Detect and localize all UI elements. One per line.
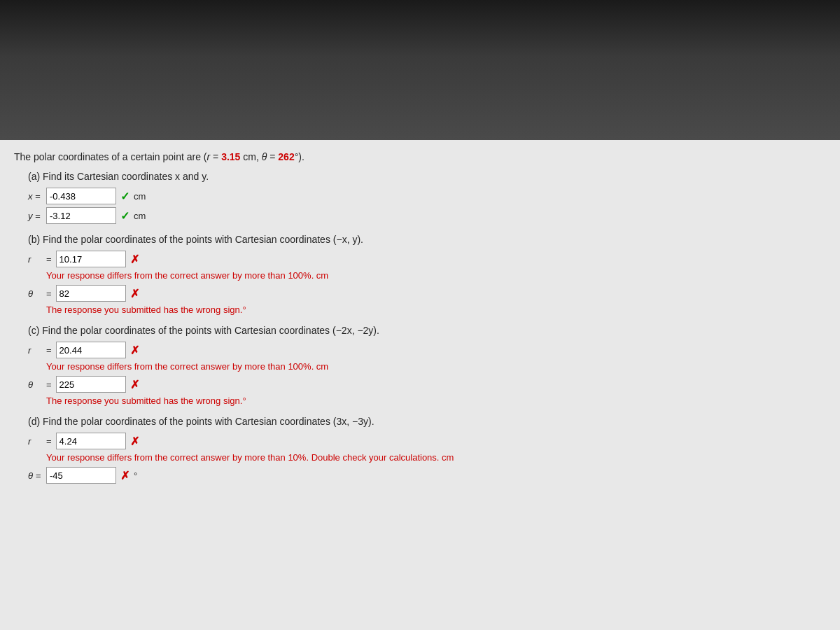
part-a-x-unit: cm — [134, 191, 146, 202]
part-c-theta-input[interactable] — [56, 376, 126, 393]
top-dark-area — [0, 0, 840, 140]
part-a-y-unit: cm — [134, 211, 146, 221]
part-c-r-input[interactable] — [56, 342, 126, 358]
part-b-title: (b) Find the polar coordinates of the po… — [28, 234, 826, 245]
part-b-theta-input[interactable] — [56, 285, 126, 302]
part-b-r-error: Your response differs from the correct a… — [28, 270, 826, 281]
part-d-theta-row: θ = ✗ ° — [28, 467, 826, 484]
part-b: (b) Find the polar coordinates of the po… — [14, 234, 826, 315]
part-d-r-row: r = ✗ — [28, 433, 826, 449]
part-d-r-cross: ✗ — [130, 435, 139, 448]
x-label: x = — [28, 191, 42, 202]
part-a-y-row: y = ✓ cm — [28, 207, 826, 224]
part-c-theta-label: θ — [28, 379, 42, 390]
part-c-r-label: r — [28, 345, 42, 356]
part-b-r-row: r = ✗ — [28, 251, 826, 267]
part-a-x-input[interactable] — [46, 188, 116, 204]
part-c-r-error: Your response differs from the correct a… — [28, 361, 826, 372]
part-d-theta-cross: ✗ — [120, 469, 130, 482]
part-b-theta-cross: ✗ — [130, 287, 139, 300]
part-a-x-row: x = ✓ cm — [28, 188, 826, 204]
part-a-x-check: ✓ — [120, 190, 130, 203]
part-a: (a) Find its Cartesian coordinates x and… — [14, 171, 826, 224]
part-c-theta-row: θ = ✗ — [28, 376, 826, 393]
part-c-title: (c) Find the polar coordinates of the po… — [28, 325, 826, 336]
problem-intro: The polar coordinates of a certain point… — [14, 151, 826, 162]
theta-value: 262 — [278, 151, 294, 162]
part-c-theta-error: The response you submitted has the wrong… — [28, 396, 826, 406]
part-d-theta-input[interactable] — [46, 467, 116, 484]
part-d-theta-label: θ = — [28, 470, 42, 481]
r-value: 3.15 — [221, 151, 240, 162]
part-b-theta-label: θ — [28, 288, 42, 299]
part-d-r-label: r — [28, 436, 42, 447]
part-c: (c) Find the polar coordinates of the po… — [14, 325, 826, 406]
part-c-r-cross: ✗ — [130, 344, 139, 357]
part-b-r-input[interactable] — [56, 251, 126, 267]
part-b-theta-error: The response you submitted has the wrong… — [28, 304, 826, 315]
content-panel: The polar coordinates of a certain point… — [0, 140, 840, 630]
part-a-title: (a) Find its Cartesian coordinates x and… — [28, 171, 826, 182]
part-a-y-input[interactable] — [46, 207, 116, 224]
part-d-r-input[interactable] — [56, 433, 126, 449]
y-label: y = — [28, 211, 42, 221]
part-b-r-cross: ✗ — [130, 253, 139, 266]
part-b-r-label: r — [28, 254, 42, 265]
part-d-theta-unit: ° — [134, 470, 137, 481]
part-c-r-row: r = ✗ — [28, 342, 826, 358]
part-c-theta-cross: ✗ — [130, 378, 139, 391]
part-d-title: (d) Find the polar coordinates of the po… — [28, 416, 826, 427]
part-d-r-error: Your response differs from the correct a… — [28, 452, 826, 463]
part-b-theta-row: θ = ✗ — [28, 285, 826, 302]
part-a-y-check: ✓ — [120, 209, 130, 223]
part-d: (d) Find the polar coordinates of the po… — [14, 416, 826, 484]
